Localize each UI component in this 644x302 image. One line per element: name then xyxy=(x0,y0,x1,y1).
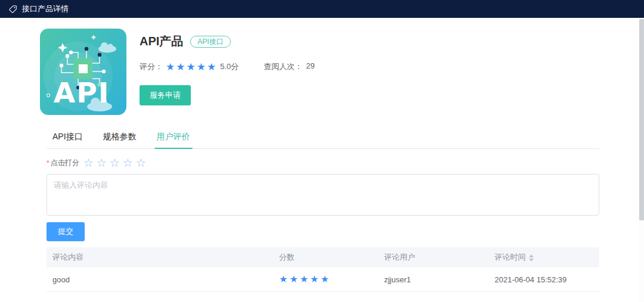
reviews-table: 评论内容 分数 评论用户 评论时间 good ★★★★★ zjjuser1 20… xyxy=(47,247,599,292)
cell-review-time: 2021-06-04 15:52:39 xyxy=(489,267,599,292)
table-row: good ★★★★★ zjjuser1 2021-06-04 15:52:39 xyxy=(47,267,599,292)
rate-line: * 点击打分 ☆☆☆☆☆ xyxy=(47,157,599,169)
submit-button[interactable]: 提交 xyxy=(47,222,85,241)
tab-specifications[interactable]: 规格参数 xyxy=(103,132,137,148)
main-content: API API产品 API接口 评分： ★★★★★ 5.0分 查阅人次： 29 … xyxy=(0,18,644,292)
rating-label: 评分： xyxy=(140,61,163,72)
views-label: 查阅人次： xyxy=(264,61,302,72)
top-navigation-bar: 接口产品详情 xyxy=(0,0,644,18)
product-info: API产品 API接口 评分： ★★★★★ 5.0分 查阅人次： 29 服务申请 xyxy=(140,29,315,115)
cell-review-user: zjjuser1 xyxy=(378,267,488,292)
rating-row: 评分： ★★★★★ 5.0分 查阅人次： 29 xyxy=(140,61,315,72)
scrollbar-track xyxy=(639,18,644,302)
rating-value: 5.0分 xyxy=(220,61,239,72)
rating-stars: ★★★★★ xyxy=(166,62,217,72)
tab-bar: API接口 规格参数 用户评价 xyxy=(47,132,599,149)
header-review-user: 评论用户 xyxy=(378,247,488,267)
row-score-stars: ★★★★★ xyxy=(279,274,331,284)
table-header-row: 评论内容 分数 评论用户 评论时间 xyxy=(47,247,599,267)
rate-label: 点击打分 xyxy=(51,158,79,168)
product-image-text: API xyxy=(54,76,110,109)
service-apply-button[interactable]: 服务申请 xyxy=(140,85,191,105)
product-image: API xyxy=(40,29,126,115)
page-title: 接口产品详情 xyxy=(22,4,69,14)
required-mark: * xyxy=(47,159,49,167)
tab-user-reviews[interactable]: 用户评价 xyxy=(157,132,190,148)
sort-icon[interactable] xyxy=(529,254,534,261)
rate-stars-input[interactable]: ☆☆☆☆☆ xyxy=(83,157,149,169)
scrollbar-thumb[interactable] xyxy=(639,19,644,220)
views-value: 29 xyxy=(306,61,314,72)
cell-comment-content: good xyxy=(47,267,273,292)
product-type-badge: API接口 xyxy=(190,36,230,48)
header-comment-content: 评论内容 xyxy=(47,247,273,267)
cell-score: ★★★★★ xyxy=(273,267,378,292)
comment-textarea[interactable] xyxy=(47,174,599,216)
header-review-time[interactable]: 评论时间 xyxy=(489,247,599,267)
product-title: API产品 xyxy=(140,33,183,49)
header-score: 分数 xyxy=(273,247,378,267)
tab-api-interface[interactable]: API接口 xyxy=(52,132,83,148)
product-section: API API产品 API接口 评分： ★★★★★ 5.0分 查阅人次： 29 … xyxy=(40,29,599,115)
tag-icon xyxy=(8,5,17,14)
